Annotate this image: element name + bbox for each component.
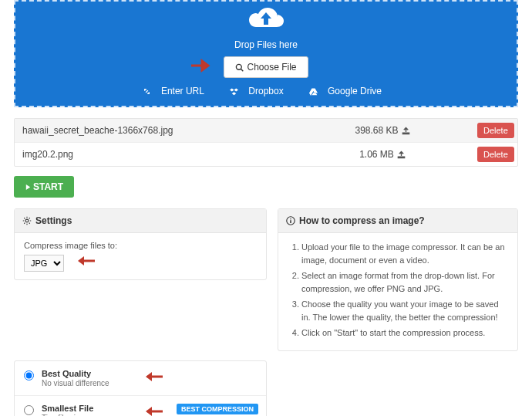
annotation-arrow	[138, 369, 164, 387]
format-select[interactable]: JPG	[24, 255, 64, 272]
file-row: img20.2.png 1.06 MB Delete	[15, 143, 517, 166]
dropzone[interactable]: Drop Files here Choose File Enter URL Dr…	[14, 0, 518, 107]
compress-to-label: Compress image files to:	[24, 241, 257, 250]
file-name: img20.2.png	[15, 143, 294, 166]
file-size: 398.68 KB	[294, 119, 471, 142]
help-header: How to compress an image?	[278, 209, 517, 233]
svg-point-2	[25, 219, 29, 222]
file-size: 1.06 MB	[294, 143, 471, 166]
dropzone-text: Drop Files here	[15, 39, 517, 50]
help-panel: How to compress an image? Upload your fi…	[278, 208, 518, 351]
svg-point-4	[290, 218, 291, 220]
svg-line-1	[241, 69, 244, 72]
gear-icon	[22, 216, 32, 225]
smallest-file-radio[interactable]	[24, 405, 34, 415]
upload-icon	[402, 127, 410, 135]
settings-header: Settings	[15, 209, 266, 233]
cloud-upload-icon	[245, 6, 287, 34]
file-list: hawaii_secret_beache-1366x768.jpg 398.68…	[14, 118, 518, 167]
best-compression-badge: BEST COMPRESSION	[177, 404, 258, 414]
help-steps: Upload your file to the image compressor…	[288, 241, 508, 340]
annotation-arrow	[190, 58, 216, 76]
option-smallest-file[interactable]: Smallest File Tiny file size BEST COMPRE…	[15, 396, 266, 417]
svg-point-0	[237, 64, 242, 69]
start-button-top[interactable]: START	[14, 176, 74, 198]
choose-file-button[interactable]: Choose File	[224, 56, 308, 78]
google-drive-link[interactable]: Google Drive	[309, 86, 389, 96]
best-quality-radio[interactable]	[24, 370, 34, 380]
option-best-quality[interactable]: Best Quality No visual difference	[15, 361, 266, 396]
file-row: hawaii_secret_beache-1366x768.jpg 398.68…	[15, 119, 517, 143]
svg-rect-5	[290, 220, 291, 223]
upload-icon	[397, 151, 406, 159]
delete-button[interactable]: Delete	[477, 123, 514, 138]
info-icon	[286, 216, 295, 225]
annotation-arrow	[138, 404, 164, 417]
enter-url-link[interactable]: Enter URL	[143, 86, 212, 96]
delete-button[interactable]: Delete	[477, 147, 514, 162]
quality-options: Best Quality No visual difference Smalle…	[14, 360, 267, 417]
file-name: hawaii_secret_beache-1366x768.jpg	[15, 119, 294, 142]
settings-panel: Settings Compress image files to: JPG	[14, 208, 267, 280]
dropbox-link[interactable]: Dropbox	[230, 86, 291, 96]
annotation-arrow	[70, 253, 96, 271]
